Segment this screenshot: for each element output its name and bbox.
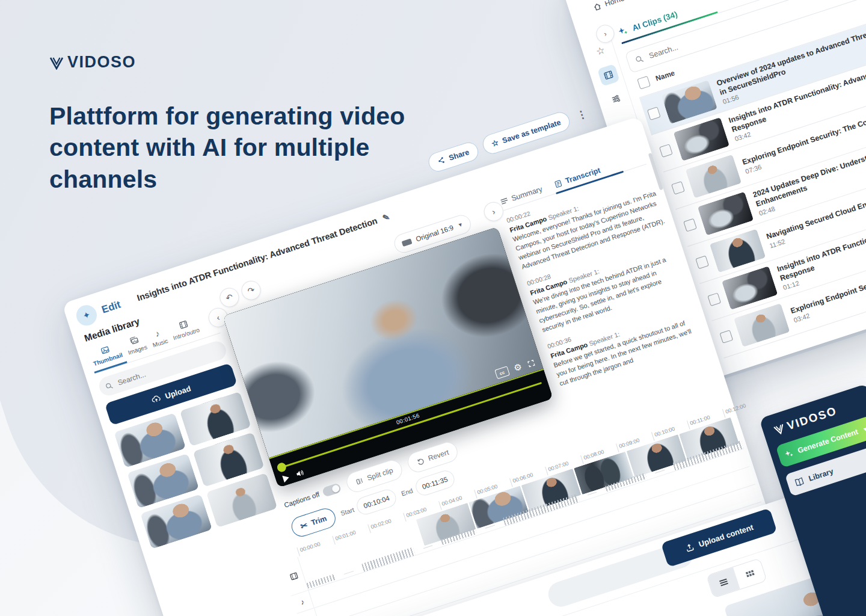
book-icon <box>794 476 805 487</box>
tab-summary[interactable]: Summary <box>499 185 543 206</box>
trim-label: Trim <box>310 514 328 527</box>
search-icon <box>104 381 114 390</box>
revert-button[interactable]: Revert <box>405 440 461 475</box>
share-icon <box>437 156 446 165</box>
play-button[interactable] <box>282 473 290 482</box>
select-all-checkbox[interactable] <box>637 76 651 90</box>
sidebar-library-label: Library <box>808 467 835 482</box>
upload-content-label: Upload content <box>698 522 755 549</box>
row-checkbox[interactable] <box>647 106 661 120</box>
tab-ai-clips-label: AI Clips (34) <box>631 10 679 32</box>
favorites-icon[interactable]: ☆ <box>595 44 607 58</box>
scissors-icon: ✂ <box>299 520 309 531</box>
row-checkbox[interactable] <box>695 256 709 270</box>
tab-intro-outro[interactable]: Intro/outro <box>167 315 204 348</box>
nav-home[interactable]: Home <box>592 0 625 12</box>
player-left-controls <box>282 468 306 482</box>
vidoso-logo-text: VIDOSO <box>67 53 136 72</box>
row-checkbox[interactable] <box>671 181 685 195</box>
tab-thumbnail[interactable]: Thumbnail <box>87 339 127 373</box>
upload-label: Upload <box>164 384 192 401</box>
row-checkbox[interactable] <box>659 144 673 158</box>
transcript-doc-icon <box>553 179 563 188</box>
video-player[interactable]: cc ⚙ 00:01:56 <box>223 227 553 488</box>
split-clip-label: Split clip <box>366 466 395 482</box>
cloud-upload-icon <box>150 393 162 405</box>
film-icon <box>177 319 189 330</box>
music-note-icon: ♪ <box>154 328 161 339</box>
revert-icon <box>416 456 425 466</box>
undo-button[interactable]: ↶ <box>217 285 241 309</box>
star-icon: ☆ <box>490 138 500 149</box>
chevron-down-icon: ▼ <box>862 425 866 433</box>
view-toggle <box>706 558 767 599</box>
tab-images[interactable]: Images <box>121 331 152 362</box>
vidoso-logo-icon <box>773 422 787 436</box>
search-icon <box>634 54 645 65</box>
hero-headline: Plattform for generating video content w… <box>49 100 434 195</box>
split-clip-icon <box>355 476 364 485</box>
share-label: Share <box>447 147 470 162</box>
volume-icon[interactable] <box>295 468 306 478</box>
upload-icon <box>684 541 695 553</box>
home-icon <box>592 2 602 11</box>
hero-section: VIDOSO Plattform for generating video co… <box>49 53 434 195</box>
images-icon <box>129 335 140 346</box>
aspect-rect-icon <box>401 238 412 247</box>
edit-title-pencil-icon[interactable]: ✎ <box>381 212 391 223</box>
revert-label: Revert <box>427 448 450 463</box>
captions-label: Captions off <box>283 491 321 509</box>
end-time-input[interactable]: 00:11:35 <box>413 469 456 498</box>
sparkles-icon <box>616 25 629 38</box>
row-checkbox[interactable] <box>719 330 733 343</box>
filters-sliders-icon[interactable] <box>610 93 622 105</box>
clips-film-icon[interactable] <box>597 64 620 87</box>
start-label: Start <box>340 506 355 517</box>
vidoso-logo-icon <box>49 55 64 70</box>
captions-switch[interactable] <box>322 482 342 497</box>
edit-label: Edit <box>100 299 123 316</box>
end-label: End <box>401 487 414 497</box>
vidoso-logo: VIDOSO <box>49 53 434 72</box>
redo-button[interactable]: ↷ <box>239 279 263 303</box>
grid-icon <box>745 568 755 579</box>
sparkles-icon <box>784 448 795 460</box>
grid-view-button[interactable] <box>733 559 766 589</box>
film-icon <box>289 571 299 582</box>
chevron-down-icon: ▼ <box>457 221 464 229</box>
summary-lines-icon <box>500 197 509 205</box>
ai-sparkle-icon: ✦ <box>74 303 100 328</box>
aspect-label: Original 16:9 <box>415 224 455 243</box>
image-icon <box>99 345 111 356</box>
list-icon <box>718 578 729 587</box>
name-column-header: Name <box>654 69 675 82</box>
row-checkbox[interactable] <box>707 292 721 306</box>
generate-content-label: Generate Content <box>797 428 859 455</box>
start-time-input[interactable]: 00:10:04 <box>355 487 399 517</box>
row-checkbox[interactable] <box>683 218 697 232</box>
